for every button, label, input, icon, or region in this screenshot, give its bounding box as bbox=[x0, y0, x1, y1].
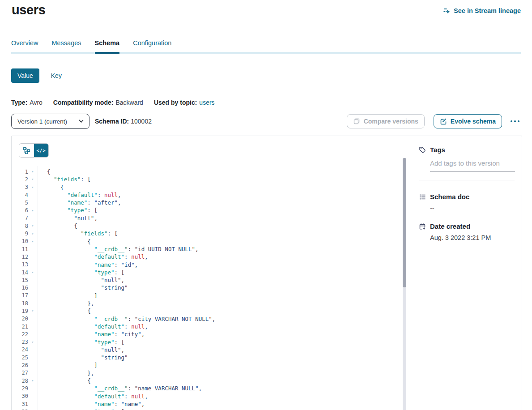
fold-toggle-icon[interactable]: ▾ bbox=[28, 224, 37, 228]
topic-link[interactable]: users bbox=[199, 99, 214, 106]
gutter-row: 2▾ bbox=[12, 175, 38, 183]
tab-messages[interactable]: Messages bbox=[51, 39, 81, 54]
code-editor[interactable]: 1▾2▾3▾456▾78▾9▾10▾11121314▾1516171819▾20… bbox=[12, 166, 411, 410]
gutter-row: 21 bbox=[12, 323, 38, 330]
fold-toggle-icon[interactable]: ▾ bbox=[28, 185, 37, 189]
code-line: "name": "after", bbox=[47, 199, 215, 206]
gutter-row: 19▾ bbox=[12, 307, 38, 315]
fold-toggle-icon[interactable]: ▾ bbox=[28, 340, 37, 344]
schema-meta-row: Type:Avro Compatibility mode:Backward Us… bbox=[11, 99, 215, 106]
fold-toggle-icon[interactable]: ▾ bbox=[28, 379, 37, 383]
line-number: 21 bbox=[12, 324, 28, 330]
schema-code-pane: </> 1▾2▾3▾456▾78▾9▾10▾11121314▾151617181… bbox=[12, 136, 411, 410]
tab-bar: Overview Messages Schema Configuration bbox=[11, 39, 521, 54]
gutter-row: 4 bbox=[12, 191, 38, 199]
code-scrollbar-thumb[interactable] bbox=[403, 158, 406, 287]
tabs-track bbox=[11, 52, 521, 54]
code-line: "type": [ bbox=[47, 408, 215, 410]
page-title: users bbox=[12, 3, 45, 17]
line-number: 31 bbox=[12, 401, 28, 407]
version-select[interactable]: Version 1 (current) bbox=[11, 114, 89, 129]
compare-versions-button[interactable]: Compare versions bbox=[347, 114, 425, 128]
calendar-plus-icon bbox=[419, 223, 426, 230]
fold-toggle-icon[interactable]: ▾ bbox=[28, 270, 37, 274]
line-number: 20 bbox=[12, 316, 28, 322]
list-icon bbox=[419, 193, 426, 201]
code-line: "default": null, bbox=[47, 323, 215, 330]
value-key-toggle: Value Key bbox=[11, 68, 62, 83]
evolve-schema-button[interactable]: Evolve schema bbox=[434, 114, 502, 128]
code-line: { bbox=[47, 238, 215, 245]
gutter-row: 1▾ bbox=[12, 168, 38, 175]
gutter-row: 24 bbox=[12, 346, 38, 354]
fold-toggle-icon[interactable]: ▾ bbox=[28, 209, 37, 213]
code-line: "__crdb__": "id UUID NOT NULL", bbox=[47, 245, 215, 253]
code-line: "name": "city", bbox=[47, 330, 215, 338]
code-line: "name": "id", bbox=[47, 261, 215, 269]
code-line: "type": [ bbox=[47, 269, 215, 276]
line-number: 26 bbox=[12, 362, 28, 368]
key-toggle-button[interactable]: Key bbox=[51, 72, 62, 79]
line-number: 15 bbox=[12, 277, 28, 283]
tab-schema[interactable]: Schema bbox=[95, 39, 120, 54]
fold-toggle-icon[interactable]: ▾ bbox=[28, 170, 37, 174]
chevron-down-icon bbox=[79, 120, 84, 123]
code-line: "type": [ bbox=[47, 338, 215, 346]
code-line: { bbox=[47, 168, 215, 175]
line-number: 19 bbox=[12, 308, 28, 314]
code-line: }, bbox=[47, 299, 215, 307]
stream-lineage-link[interactable]: See in Stream lineage bbox=[443, 7, 521, 14]
line-number: 5 bbox=[12, 200, 28, 206]
view-mode-toggle: </> bbox=[19, 143, 49, 158]
stream-lineage-icon bbox=[443, 7, 451, 14]
code-scrollbar-track[interactable] bbox=[403, 158, 406, 410]
line-number: 28 bbox=[12, 378, 28, 384]
code-line: "null", bbox=[47, 276, 215, 284]
code-lines: { "fields": [ { "default": null, "name":… bbox=[38, 166, 215, 410]
gutter-row: 25 bbox=[12, 354, 38, 361]
tag-icon bbox=[419, 146, 426, 154]
schema-doc-value: -- bbox=[430, 205, 515, 212]
line-number: 27 bbox=[12, 370, 28, 376]
fold-toggle-icon[interactable]: ▾ bbox=[28, 232, 37, 236]
gutter-row: 11 bbox=[12, 245, 38, 253]
gutter-row: 3▾ bbox=[12, 184, 38, 191]
sidebar-divider bbox=[419, 180, 515, 180]
schema-sidebar: Tags Schema doc -- bbox=[411, 136, 522, 410]
line-number: 7 bbox=[12, 215, 28, 221]
code-line: "fields": [ bbox=[47, 230, 215, 237]
code-line: "default": null, bbox=[47, 191, 215, 199]
code-line: "default": null, bbox=[47, 253, 215, 261]
gutter-row: 6▾ bbox=[12, 206, 38, 214]
code-gutter: 1▾2▾3▾456▾78▾9▾10▾11121314▾1516171819▾20… bbox=[12, 166, 38, 410]
schema-id: Schema ID:100002 bbox=[95, 118, 152, 125]
fold-toggle-icon[interactable]: ▾ bbox=[28, 309, 37, 313]
code-view-button[interactable]: </> bbox=[34, 144, 49, 157]
fold-toggle-icon[interactable]: ▾ bbox=[28, 177, 37, 181]
tab-overview[interactable]: Overview bbox=[11, 39, 38, 54]
schema-controls-row: Version 1 (current) Schema ID:100002 Com… bbox=[11, 114, 521, 129]
gutter-row: 12 bbox=[12, 253, 38, 261]
line-number: 22 bbox=[12, 331, 28, 337]
schema-panel: </> 1▾2▾3▾456▾78▾9▾10▾11121314▾151617181… bbox=[11, 136, 522, 410]
gutter-row: 20 bbox=[12, 315, 38, 323]
add-tags-input[interactable] bbox=[430, 159, 515, 171]
gutter-row: 10▾ bbox=[12, 238, 38, 245]
line-number: 10 bbox=[12, 238, 28, 244]
code-line: }, bbox=[47, 369, 215, 377]
code-line: ] bbox=[47, 292, 215, 299]
tree-view-button[interactable] bbox=[19, 144, 34, 157]
gutter-row: 9▾ bbox=[12, 230, 38, 237]
line-number: 1 bbox=[12, 169, 28, 175]
tab-configuration[interactable]: Configuration bbox=[133, 39, 171, 54]
gutter-row: 26 bbox=[12, 361, 38, 369]
more-options-button[interactable] bbox=[509, 119, 521, 124]
value-toggle-button[interactable]: Value bbox=[11, 68, 39, 83]
gutter-row: 8▾ bbox=[12, 222, 38, 230]
line-number: 18 bbox=[12, 300, 28, 307]
line-number: 25 bbox=[12, 354, 28, 361]
gutter-row: 14▾ bbox=[12, 269, 38, 276]
line-number: 8 bbox=[12, 223, 28, 229]
gutter-row: 17 bbox=[12, 292, 38, 299]
fold-toggle-icon[interactable]: ▾ bbox=[28, 239, 37, 243]
